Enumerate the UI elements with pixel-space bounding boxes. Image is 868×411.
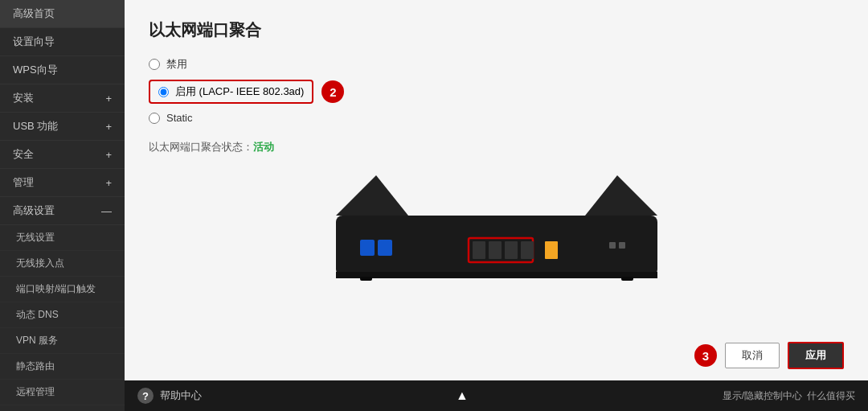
svg-rect-5 [378, 240, 392, 256]
badge-3: 3 [694, 344, 717, 367]
svg-rect-4 [360, 240, 375, 256]
option-static: Static [149, 112, 844, 124]
svg-marker-1 [336, 175, 408, 216]
plus-icon-usb: + [105, 121, 112, 133]
svg-rect-9 [521, 241, 534, 259]
router-image-area [149, 167, 844, 296]
bottom-left: ? 帮助中心 [137, 388, 202, 404]
sidebar-item-security[interactable]: 安全 + [0, 141, 125, 169]
label-disabled: 禁用 [166, 57, 187, 72]
plus-icon: + [105, 92, 112, 105]
svg-marker-2 [585, 175, 657, 216]
brand-label: 显示/隐藏控制中心 [723, 389, 802, 403]
option-lacp-box: 启用 (LACP- IEEE 802.3ad) [149, 80, 313, 104]
badge-2: 2 [321, 80, 344, 103]
svg-rect-11 [609, 242, 616, 249]
bottom-center: ▲ [202, 388, 723, 403]
status-label: 以太网端口聚合状态： [149, 141, 253, 153]
sidebar-sub-portforward[interactable]: 端口映射/端口触发 [0, 277, 125, 302]
svg-rect-7 [489, 241, 502, 259]
option-disabled: 禁用 [149, 57, 844, 72]
svg-rect-10 [545, 241, 558, 259]
content-inner: 以太网端口聚合 禁用 启用 (LACP- IEEE 802.3ad) 2 [125, 0, 868, 334]
svg-rect-8 [505, 241, 518, 259]
option-lacp-row: 启用 (LACP- IEEE 802.3ad) 2 [149, 80, 844, 104]
sidebar-item-advanced[interactable]: 高级设置 — [0, 197, 125, 225]
page-title: 以太网端口聚合 [149, 19, 844, 41]
svg-rect-12 [619, 242, 625, 249]
bottom-bar: ? 帮助中心 ▲ 显示/隐藏控制中心 什么值得买 [125, 380, 868, 411]
status-value: 活动 [253, 141, 274, 153]
bottom-right: 显示/隐藏控制中心 什么值得买 [723, 389, 855, 403]
svg-rect-6 [473, 241, 485, 259]
label-lacp: 启用 (LACP- IEEE 802.3ad) [175, 84, 304, 99]
sidebar-sub-static-route[interactable]: 静态路由 [0, 354, 125, 380]
sidebar-item-install[interactable]: 安装 + [0, 84, 125, 113]
sidebar-sub-upnp[interactable]: UPnP [0, 405, 125, 411]
status-line: 以太网端口聚合状态：活动 [149, 140, 844, 154]
main-content: 以太网端口聚合 禁用 启用 (LACP- IEEE 802.3ad) 2 [125, 0, 868, 411]
sidebar-sub-ap[interactable]: 无线接入点 [0, 251, 125, 277]
sidebar-item-wps[interactable]: WPS向导 [0, 56, 125, 84]
apply-button[interactable]: 应用 [788, 342, 844, 369]
cancel-button[interactable]: 取消 [725, 343, 780, 368]
help-label[interactable]: 帮助中心 [160, 388, 202, 403]
radio-group: 禁用 启用 (LACP- IEEE 802.3ad) 2 Static [149, 57, 844, 124]
sidebar-sub-vpn[interactable]: VPN 服务 [0, 328, 125, 354]
arrow-up-icon: ▲ [456, 388, 469, 403]
sidebar-sub-ddns[interactable]: 动态 DNS [0, 302, 125, 328]
label-static: Static [166, 112, 193, 124]
sidebar-sub-wireless[interactable]: 无线设置 [0, 225, 125, 251]
sidebar: 高级首页 设置向导 WPS向导 安装 + USB 功能 + 安全 + 管理 + … [0, 0, 125, 411]
action-buttons-area: 3 取消 应用 [125, 334, 868, 380]
sidebar-item-setup[interactable]: 设置向导 [0, 28, 125, 56]
plus-icon-admin: + [105, 177, 112, 189]
sidebar-item-admin[interactable]: 管理 + [0, 169, 125, 197]
radio-disabled[interactable] [149, 59, 160, 70]
sidebar-item-home[interactable]: 高级首页 [0, 0, 125, 28]
svg-rect-14 [360, 277, 372, 281]
sidebar-sub-remote-mgmt[interactable]: 远程管理 [0, 380, 125, 405]
router-image [312, 167, 682, 296]
sidebar-item-usb[interactable]: USB 功能 + [0, 113, 125, 141]
help-icon[interactable]: ? [137, 388, 154, 404]
svg-rect-13 [336, 272, 657, 278]
radio-lacp[interactable] [158, 87, 169, 97]
plus-icon-security: + [105, 149, 112, 161]
minus-icon: — [101, 205, 112, 217]
logo-text: 什么值得买 [807, 389, 855, 403]
radio-static[interactable] [149, 113, 160, 124]
svg-rect-15 [621, 277, 633, 281]
